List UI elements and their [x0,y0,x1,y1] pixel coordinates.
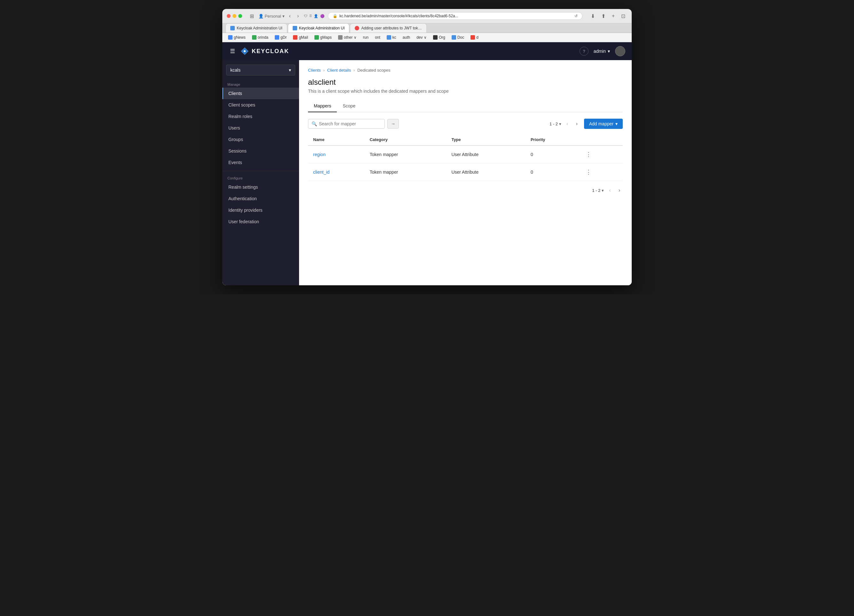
reload-icon: ↺ [575,14,578,18]
hamburger-menu-btn[interactable]: ☰ [229,46,236,56]
add-mapper-btn[interactable]: Add mapper ▾ [584,119,623,129]
bookmark-kc[interactable]: kc [384,34,399,41]
app-header-right: ? admin ▾ [580,46,625,56]
gdr-label: gDr [281,35,287,40]
identity-providers-label: Identity providers [228,207,262,213]
sidebar-item-users[interactable]: Users [222,122,299,134]
ont-label: ont [375,35,380,40]
row2-category: Token mapper [364,163,447,181]
realm-dropdown-icon: ▾ [289,67,291,73]
bookmark-doc[interactable]: Doc [449,34,467,41]
org-label: Org [439,35,445,40]
tab3-favicon [355,26,359,30]
bookmark-orinda[interactable]: orinda [250,34,271,41]
browser-action-buttons: ⬇ ⬆ + ⊡ [589,12,627,20]
sidebar-item-realm-settings[interactable]: Realm settings [222,181,299,193]
bookmark-gnews[interactable]: gNews [226,34,248,41]
breadcrumb-client-details[interactable]: Client details [327,68,351,73]
next-page-btn-bottom[interactable]: › [616,186,623,194]
sidebar-item-sessions[interactable]: Sessions [222,145,299,157]
toolbar: 🔍 → 1 - 2 ▾ ‹ › [308,119,623,129]
download-btn[interactable]: ⬇ [589,12,597,20]
bottom-pagination-range: 1 - 2 [592,188,600,193]
sidebar-item-realm-roles[interactable]: Realm roles [222,111,299,122]
breadcrumb: Clients › Client details › Dedicated sco… [308,68,623,73]
admin-label: admin [594,49,606,54]
address-bar[interactable]: 🔒 kc.hardened.be/admin/master/console/#/… [328,12,582,20]
row1-name-link[interactable]: region [313,152,326,157]
browser-nav-controls: ⊞ 👤 Personal ▾ ‹ › [248,12,300,20]
authentication-label: Authentication [228,196,257,201]
dev-label: dev ∨ [416,35,427,40]
share-btn[interactable]: ⬆ [599,12,607,20]
bookmark-auth[interactable]: auth [400,34,413,41]
sessions-label: Sessions [228,148,247,154]
bookmark-dev[interactable]: dev ∨ [414,34,429,41]
sidebar-item-client-scopes[interactable]: Client scopes [222,99,299,111]
sidebar-item-identity-providers[interactable]: Identity providers [222,204,299,216]
tab-overview-btn[interactable]: ⊡ [619,12,627,20]
close-button[interactable] [227,14,230,18]
sidebar-toggle-btn[interactable]: ⊞ [248,12,256,20]
search-input[interactable] [319,121,381,127]
help-btn[interactable]: ? [580,47,589,56]
avatar[interactable] [615,46,625,56]
sidebar-item-user-federation[interactable]: User federation [222,216,299,227]
client-scopes-label: Client scopes [228,102,255,107]
sidebar-item-groups[interactable]: Groups [222,134,299,145]
browser-tab-3[interactable]: Adding user attributes to JWT token in K… [350,23,427,33]
bookmarks-bar: gNews orinda gDr gMail gMaps other ∨ run… [222,33,632,42]
orinda-icon [252,35,256,40]
bottom-pagination: 1 - 2 ▾ ‹ › [308,181,623,194]
pagination-dropdown-icon: ▾ [559,122,561,127]
realm-selector[interactable]: kcals ▾ [226,65,295,75]
admin-user-dropdown[interactable]: admin ▾ [594,49,610,54]
sidebar-item-authentication[interactable]: Authentication [222,193,299,204]
traffic-lights [227,14,242,18]
logo-area: KEYCLOAK [240,47,289,56]
col-priority: Priority [526,134,578,145]
realm-settings-label: Realm settings [228,184,258,190]
lock-icon: 🔒 [332,14,337,18]
bookmark-ont[interactable]: ont [372,34,383,41]
app-header: ☰ KEYCLOAK ? admin ▾ [222,42,632,60]
tab2-favicon [293,26,297,30]
sidebar-item-clients[interactable]: Clients [222,88,299,99]
bookmark-d[interactable]: d [468,34,481,41]
minimize-button[interactable] [233,14,236,18]
search-wrapper: 🔍 [308,119,385,128]
bookmark-run[interactable]: run [360,34,371,41]
forward-btn[interactable]: › [295,12,300,20]
row1-actions-btn[interactable]: ⋮ [583,150,594,159]
main-content: Clients › Client details › Dedicated sco… [299,60,632,285]
row1-name: region [308,145,364,163]
bookmark-org[interactable]: Org [430,34,448,41]
maximize-button[interactable] [238,14,242,18]
auth-label: auth [403,35,410,40]
tab-scope[interactable]: Scope [337,100,361,112]
bookmark-gmail[interactable]: gMail [290,34,311,41]
row2-name: client_id [308,163,364,181]
browser-tab-1[interactable]: Keycloak Administration UI [226,23,287,33]
sidebar-item-events[interactable]: Events [222,157,299,168]
row2-priority: 0 [526,163,578,181]
row2-name-link[interactable]: client_id [313,169,329,175]
prev-page-btn-bottom[interactable]: ‹ [607,186,613,194]
bookmark-gmaps[interactable]: gMaps [312,34,334,41]
mappers-table: Name Category Type Priority region [308,134,623,181]
search-go-btn[interactable]: → [387,119,399,128]
breadcrumb-clients[interactable]: Clients [308,68,321,73]
bookmark-gdr[interactable]: gDr [272,34,289,41]
row2-actions-btn[interactable]: ⋮ [583,167,594,177]
next-page-btn-top[interactable]: › [573,120,580,128]
run-label: run [363,35,369,40]
back-btn[interactable]: ‹ [287,12,293,20]
browser-tab-2[interactable]: Keycloak Administration UI [288,23,349,33]
tab2-title: Keycloak Administration UI [299,26,345,30]
bookmark-other[interactable]: other ∨ [336,34,359,41]
browser-tabs: Keycloak Administration UI Keycloak Admi… [222,23,632,33]
prev-page-btn-top[interactable]: ‹ [564,120,570,128]
tab-mappers[interactable]: Mappers [308,100,337,112]
new-tab-btn[interactable]: + [610,12,617,20]
bottom-pagination-text: 1 - 2 ▾ [592,188,604,193]
